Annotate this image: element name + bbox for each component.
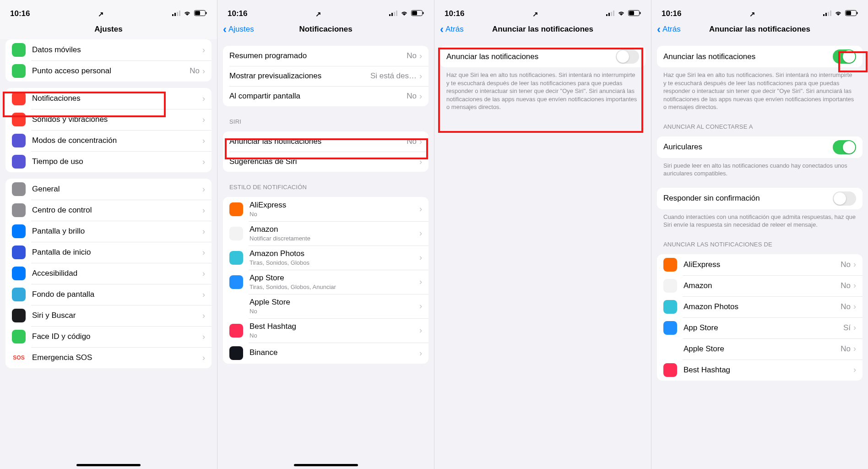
- group-apps: AliExpressNo›AmazonNo›Amazon PhotosNo›Ap…: [657, 254, 863, 381]
- list-item[interactable]: Pantalla de inicio›: [5, 242, 212, 263]
- back-button[interactable]: ‹Ajustes: [223, 24, 254, 35]
- list-item[interactable]: Siri y Buscar›: [5, 305, 212, 326]
- battery-icon: [194, 9, 207, 18]
- list-item[interactable]: Notificaciones›: [5, 88, 212, 109]
- chevron-right-icon: ›: [202, 227, 205, 236]
- list-item[interactable]: Apple StoreNo›: [223, 294, 429, 318]
- app-icon: [12, 92, 26, 105]
- list-item[interactable]: Resumen programadoNo›: [223, 46, 429, 66]
- chevron-right-icon: ›: [853, 323, 856, 333]
- list-item[interactable]: Centro de control›: [5, 200, 212, 221]
- chevron-right-icon: ›: [853, 281, 856, 290]
- list-item[interactable]: Pantalla y brillo›: [5, 221, 212, 242]
- list-item[interactable]: App StoreTiras, Sonidos, Globos, Anuncia…: [223, 270, 429, 294]
- group-siri: Anunciar las notificacionesNo›Sugerencia…: [223, 131, 429, 172]
- list-item[interactable]: AliExpressNo›: [657, 254, 863, 275]
- list-item[interactable]: Apple StoreNo›: [657, 338, 863, 360]
- headphones-desc: Siri puede leer en alto las notificacion…: [663, 162, 856, 178]
- row-reply[interactable]: Responder sin confirmación: [657, 188, 863, 209]
- chevron-right-icon: ›: [853, 260, 856, 269]
- app-icon: [12, 43, 26, 57]
- svg-rect-23: [828, 12, 829, 16]
- content: Anunciar las notificaciones Haz que Siri…: [434, 39, 651, 469]
- list-item[interactable]: Amazon PhotosTiras, Sonidos, Globos›: [223, 245, 429, 270]
- row-sub: Tiras, Sonidos, Globos: [250, 259, 419, 266]
- page-title: Notificaciones: [299, 25, 352, 34]
- row-value: No: [841, 260, 851, 269]
- reply-toggle[interactable]: [833, 191, 856, 206]
- wifi-icon: [617, 9, 625, 18]
- app-icon: [12, 309, 26, 322]
- list-item[interactable]: AmazonNotificar discretamente›: [223, 221, 429, 245]
- row-label: Sugerencias de Siri: [229, 157, 419, 166]
- chevron-right-icon: ›: [202, 115, 205, 125]
- svg-rect-24: [830, 11, 831, 16]
- headphones-toggle[interactable]: [833, 140, 856, 154]
- app-icon: [663, 342, 677, 356]
- app-icon: [229, 324, 243, 338]
- row-announce-toggle[interactable]: Anunciar las notificaciones: [440, 46, 646, 67]
- page-title: Anunciar las notificaciones: [709, 25, 810, 34]
- nav-bar: Ajustes: [0, 19, 217, 39]
- group-notifications: Notificaciones›Sonidos y vibraciones›Mod…: [5, 88, 212, 172]
- row-announce-toggle[interactable]: Anunciar las notificaciones: [657, 46, 863, 67]
- row-label: Fondo de pantalla: [32, 290, 202, 299]
- list-item[interactable]: Binance›: [223, 343, 429, 364]
- svg-rect-1: [174, 13, 176, 16]
- app-icon: [12, 64, 26, 78]
- row-sub: No: [250, 211, 419, 218]
- list-item[interactable]: General›: [5, 179, 212, 200]
- list-item[interactable]: Punto acceso personalNo›: [5, 60, 212, 82]
- app-icon: [12, 267, 26, 280]
- back-button[interactable]: ‹Atrás: [440, 24, 464, 35]
- list-item[interactable]: Fondo de pantalla›: [5, 284, 212, 305]
- announce-toggle[interactable]: [616, 49, 639, 64]
- svg-rect-13: [412, 11, 417, 15]
- chevron-right-icon: ›: [419, 92, 422, 101]
- list-item[interactable]: Sugerencias de Siri›: [223, 152, 429, 172]
- wifi-icon: [400, 9, 408, 18]
- row-sub: Notificar discretamente: [250, 235, 419, 242]
- status-right: [606, 9, 641, 18]
- row-headphones[interactable]: Auriculares: [657, 136, 863, 158]
- svg-rect-14: [606, 14, 608, 16]
- list-item[interactable]: Face ID y código›: [5, 326, 212, 347]
- svg-rect-2: [177, 12, 178, 16]
- announce-toggle[interactable]: [833, 49, 856, 64]
- list-item[interactable]: AliExpressNo›: [223, 197, 429, 221]
- list-item[interactable]: Anunciar las notificacionesNo›: [223, 131, 429, 152]
- status-time: 10:16: [445, 9, 464, 18]
- list-item[interactable]: Sonidos y vibraciones›: [5, 109, 212, 130]
- signal-icon: [823, 9, 831, 18]
- list-item[interactable]: Best Hashtag›: [657, 360, 863, 381]
- list-item[interactable]: Best HashtagNo›: [223, 318, 429, 343]
- list-item[interactable]: App StoreSí›: [657, 317, 863, 338]
- chevron-right-icon: ›: [202, 311, 205, 321]
- list-item[interactable]: Mostrar previsualizacionesSi está des…›: [223, 66, 429, 86]
- back-button[interactable]: ‹Atrás: [657, 24, 681, 35]
- signal-icon: [389, 9, 397, 18]
- svg-rect-27: [846, 11, 851, 15]
- row-label: Mostrar previsualizaciones: [229, 71, 370, 81]
- signal-icon: [172, 9, 180, 18]
- list-item[interactable]: Datos móviles›: [5, 39, 212, 60]
- list-item[interactable]: SOSEmergencia SOS›: [5, 347, 212, 368]
- row-label: Apple Store: [250, 298, 419, 307]
- row-label: Amazon Photos: [250, 249, 419, 258]
- row-label: Resumen programado: [229, 51, 407, 60]
- list-item[interactable]: Al compartir pantallaNo›: [223, 86, 429, 106]
- list-item[interactable]: Accesibilidad›: [5, 263, 212, 284]
- list-item[interactable]: AmazonNo›: [657, 275, 863, 296]
- row-label: Siri y Buscar: [32, 311, 202, 320]
- screen-settings: 10:16 ↗ Ajustes Datos móviles›Punto acce…: [0, 0, 217, 469]
- row-label: Best Hashtag: [250, 322, 419, 331]
- list-item[interactable]: Tiempo de uso›: [5, 151, 212, 172]
- status-time: 10:16: [10, 9, 30, 18]
- row-label: Pantalla y brillo: [32, 227, 202, 236]
- list-item[interactable]: Modos de concentración›: [5, 130, 212, 151]
- list-item[interactable]: Amazon PhotosNo›: [657, 296, 863, 317]
- page-title: Anunciar las notificaciones: [492, 25, 593, 34]
- app-icon: [12, 203, 26, 217]
- app-icon: [663, 321, 677, 335]
- chevron-right-icon: ›: [419, 326, 422, 335]
